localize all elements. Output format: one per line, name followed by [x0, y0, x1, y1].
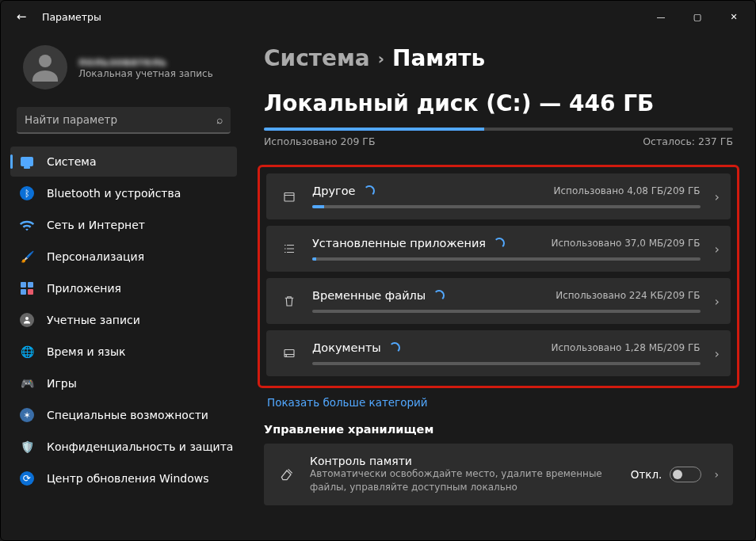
disk-title: Локальный диск (C:) — 446 ГБ: [264, 90, 733, 116]
disk-usage-bar: [264, 128, 733, 131]
box-icon: [281, 189, 298, 204]
update-icon: ⟳: [18, 470, 36, 487]
chevron-right-icon: ›: [715, 189, 720, 204]
spinner-icon: [433, 290, 445, 301]
sidebar-item-network[interactable]: Сеть и Интернет: [10, 210, 237, 240]
gamepad-icon: 🎮: [18, 375, 36, 392]
category-name: Другое: [312, 185, 356, 197]
svg-point-1: [25, 317, 29, 320]
sidebar-item-label: Учетные записи: [47, 314, 140, 326]
show-more-categories[interactable]: Показать больше категорий: [264, 388, 733, 423]
spinner-icon: [494, 238, 505, 249]
category-bar: [312, 310, 701, 313]
search-icon: ⌕: [216, 113, 223, 126]
chevron-right-icon: ›: [715, 242, 720, 257]
chevron-right-icon: ›: [715, 294, 720, 309]
category-name: Временные файлы: [312, 289, 426, 302]
toggle-state: Откл.: [631, 468, 662, 481]
storage-mgmt-section-title: Управление хранилищем: [264, 423, 733, 436]
storage-sense-row[interactable]: Контроль памяти Автоматически освобождай…: [264, 444, 733, 505]
shield-icon: 🛡️: [18, 438, 36, 455]
search-placeholder: Найти параметр: [25, 113, 216, 126]
category-usage: Использовано 4,08 ГБ/209 ГБ: [554, 185, 701, 196]
back-button[interactable]: ←: [12, 7, 31, 26]
paintbrush-icon: 🖌️: [18, 248, 36, 265]
sidebar-item-label: Приложения: [47, 282, 121, 295]
user-icon: [18, 311, 36, 329]
sidebar-item-label: Игры: [47, 377, 77, 390]
spinner-icon: [389, 342, 400, 353]
wifi-icon: [18, 216, 36, 234]
user-subtitle: Локальная учетная запись: [78, 68, 213, 79]
user-name: пользователь: [78, 55, 213, 68]
drive-icon: [281, 346, 298, 360]
chevron-right-icon: ›: [715, 346, 720, 361]
storage-sense-toggle[interactable]: [670, 467, 701, 482]
bluetooth-icon: ᛒ: [18, 185, 36, 202]
apps-icon: [18, 280, 36, 297]
minimize-button[interactable]: —: [643, 5, 679, 29]
sidebar-item-label: Система: [47, 155, 96, 168]
sidebar-item-bluetooth[interactable]: ᛒ Bluetooth и устройства: [10, 178, 237, 208]
maximize-button[interactable]: ▢: [679, 5, 716, 29]
sidebar-item-accounts[interactable]: Учетные записи: [10, 305, 237, 335]
sidebar-item-apps[interactable]: Приложения: [10, 273, 237, 303]
sidebar-item-accessibility[interactable]: ✶ Специальные возможности: [10, 400, 237, 430]
storage-sense-subtitle: Автоматически освобождайте место, удалит…: [310, 467, 617, 494]
sidebar-item-label: Bluetooth и устройства: [47, 187, 181, 200]
search-input[interactable]: Найти параметр ⌕: [17, 107, 231, 134]
category-name: Документы: [312, 341, 381, 354]
sidebar-item-label: Время и язык: [47, 345, 125, 358]
sidebar-item-gaming[interactable]: 🎮 Игры: [10, 368, 237, 398]
avatar: [23, 45, 67, 90]
monitor-icon: [18, 153, 36, 170]
category-usage: Использовано 1,28 МБ/209 ГБ: [552, 342, 701, 353]
trash-icon: [281, 294, 298, 308]
sidebar-item-label: Центр обновления Windows: [47, 472, 208, 485]
category-bar: [312, 362, 701, 365]
storage-sense-title: Контроль памяти: [310, 455, 617, 467]
close-button[interactable]: ✕: [716, 5, 752, 29]
category-bar: [312, 257, 701, 261]
spinner-icon: [364, 185, 375, 196]
sidebar-item-update[interactable]: ⟳ Центр обновления Windows: [10, 463, 237, 493]
accessibility-icon: ✶: [18, 406, 36, 424]
disk-used-label: Использовано 209 ГБ: [264, 135, 376, 147]
sidebar-item-privacy[interactable]: 🛡️ Конфиденциальность и защита: [10, 432, 237, 462]
breadcrumb-parent[interactable]: Система: [264, 45, 370, 71]
category-documents[interactable]: Документы Использовано 1,28 МБ/209 ГБ ›: [266, 330, 731, 376]
broom-icon: [278, 467, 296, 482]
category-bar: [312, 205, 701, 208]
sidebar-item-label: Специальные возможности: [47, 409, 208, 421]
category-other[interactable]: Другое Использовано 4,08 ГБ/209 ГБ ›: [266, 173, 731, 219]
category-temp-files[interactable]: Временные файлы Использовано 224 КБ/209 …: [266, 278, 731, 324]
disk-remaining-label: Осталось: 237 ГБ: [643, 135, 733, 147]
chevron-right-icon: ›: [378, 49, 384, 68]
highlight-box: Другое Использовано 4,08 ГБ/209 ГБ › Уст…: [258, 165, 739, 388]
category-name: Установленные приложения: [312, 237, 486, 250]
list-icon: [281, 242, 298, 256]
breadcrumb: Система › Память: [264, 45, 733, 71]
sidebar-item-time-lang[interactable]: 🌐 Время и язык: [10, 337, 237, 367]
sidebar-item-system[interactable]: Система: [10, 147, 237, 177]
svg-point-4: [286, 356, 287, 356]
category-installed-apps[interactable]: Установленные приложения Использовано 37…: [266, 226, 731, 272]
breadcrumb-current: Память: [392, 45, 485, 71]
category-usage: Использовано 224 КБ/209 ГБ: [556, 290, 700, 301]
globe-icon: 🌐: [18, 343, 36, 360]
chevron-right-icon: ›: [714, 468, 719, 481]
sidebar-item-personalization[interactable]: 🖌️ Персонализация: [10, 242, 237, 272]
sidebar-item-label: Сеть и Интернет: [47, 219, 145, 231]
svg-point-0: [39, 55, 52, 67]
sidebar-item-label: Персонализация: [47, 250, 144, 263]
sidebar-item-label: Конфиденциальность и защита: [47, 440, 233, 453]
window-title: Параметры: [42, 11, 101, 23]
svg-rect-2: [284, 193, 294, 202]
user-block[interactable]: пользователь Локальная учетная запись: [10, 37, 237, 102]
category-usage: Использовано 37,0 МБ/209 ГБ: [552, 238, 701, 249]
